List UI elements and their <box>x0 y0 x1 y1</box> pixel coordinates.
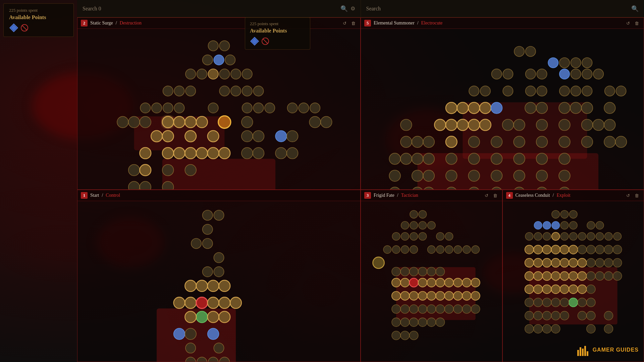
panel-ceaseless-conduit: 4 Ceaseless Conduit / Exploit ↺ 🗑 <box>502 190 644 362</box>
svg-point-135 <box>468 136 480 147</box>
svg-point-112 <box>525 102 536 114</box>
svg-point-257 <box>400 278 409 287</box>
node-1-2[interactable] <box>219 41 229 51</box>
svg-point-301 <box>551 221 559 229</box>
svg-point-277 <box>400 305 409 313</box>
svg-point-307 <box>534 232 542 240</box>
svg-rect-381 <box>580 347 581 356</box>
svg-point-123 <box>480 119 491 131</box>
svg-point-248 <box>472 246 480 254</box>
svg-point-16 <box>242 69 252 79</box>
svg-point-143 <box>389 153 400 165</box>
svg-point-335 <box>586 258 595 267</box>
panel-header-2: 5 Elemental Summoner / Electrocute ↺ 🗑 <box>361 18 644 29</box>
panel-header-4: 3 Frigid Fate / Tactician ↺ 🗑 <box>361 190 502 201</box>
panel-header-5: 4 Ceaseless Conduit / Exploit ↺ 🗑 <box>503 190 644 201</box>
svg-point-14 <box>219 69 229 79</box>
svg-point-105 <box>605 86 615 96</box>
svg-point-376 <box>542 324 551 333</box>
panel-title-white-1: Static Surge <box>90 20 113 26</box>
gg-icon <box>577 343 590 357</box>
delete-btn-4[interactable]: 🗑 <box>492 192 499 199</box>
svg-point-319 <box>542 245 551 254</box>
svg-point-156 <box>446 170 457 181</box>
svg-point-20 <box>219 86 229 96</box>
svg-point-149 <box>491 153 502 165</box>
svg-point-158 <box>491 170 502 181</box>
panel-header-1: 2 Static Surge / Destruction ↺ 🗑 <box>77 18 360 29</box>
svg-point-17 <box>163 86 173 96</box>
svg-point-345 <box>578 272 586 280</box>
svg-point-263 <box>453 278 462 287</box>
svg-point-237 <box>436 232 444 240</box>
svg-point-346 <box>586 272 595 280</box>
svg-point-127 <box>559 119 570 131</box>
svg-point-265 <box>471 278 480 287</box>
node-1-1[interactable] <box>208 41 218 51</box>
nodes-active-r <box>446 102 615 114</box>
points-icons-right <box>250 37 305 46</box>
svg-point-84 <box>526 46 536 56</box>
highlight-1b <box>162 159 275 190</box>
svg-point-317 <box>525 245 533 254</box>
refresh-btn-5[interactable]: ↺ <box>625 192 631 199</box>
svg-point-96 <box>593 69 603 79</box>
svg-point-338 <box>613 258 622 267</box>
svg-point-303 <box>569 221 577 229</box>
svg-point-322 <box>569 245 578 254</box>
svg-point-371 <box>578 311 586 320</box>
delete-btn-1[interactable]: 🗑 <box>350 20 357 26</box>
svg-point-206 <box>230 297 241 309</box>
svg-point-238 <box>445 232 453 240</box>
svg-point-311 <box>569 232 577 240</box>
svg-point-292 <box>392 331 400 340</box>
svg-point-69 <box>128 181 140 190</box>
svg-point-252 <box>410 267 418 276</box>
svg-point-51 <box>253 130 264 142</box>
svg-point-360 <box>533 298 542 307</box>
refresh-btn-2[interactable]: ↺ <box>625 20 631 26</box>
svg-point-370 <box>560 311 569 320</box>
svg-point-197 <box>185 280 196 292</box>
available-points-label-right: Available Points <box>250 28 305 34</box>
svg-point-300 <box>543 221 551 229</box>
filter-icon-left[interactable]: ⚙ <box>351 5 355 12</box>
refresh-btn-4[interactable]: ↺ <box>483 192 490 199</box>
svg-point-106 <box>616 86 626 96</box>
svg-point-334 <box>578 258 586 267</box>
refresh-btn-1[interactable]: ↺ <box>341 20 348 26</box>
left-sidebar: 225 points spent Available Points <box>0 0 77 362</box>
svg-point-118 <box>400 119 412 131</box>
svg-point-146 <box>423 153 434 165</box>
svg-point-124 <box>502 119 514 131</box>
bottom-right-panels: 3 Frigid Fate / Tactician ↺ 🗑 <box>361 190 644 362</box>
node-row-1 <box>208 41 229 51</box>
svg-point-110 <box>480 102 491 114</box>
panels-container: 2 Static Surge / Destruction ↺ 🗑 <box>77 17 644 362</box>
svg-point-38 <box>162 116 174 128</box>
delete-btn-5[interactable]: 🗑 <box>633 192 640 199</box>
search-input-left[interactable] <box>83 6 338 12</box>
svg-point-59 <box>208 147 219 159</box>
svg-point-155 <box>423 170 434 181</box>
nodes-mid-r <box>491 69 603 79</box>
panel-number-4: 3 <box>364 192 371 199</box>
svg-point-102 <box>559 86 570 96</box>
svg-point-119 <box>434 119 446 131</box>
node-row-2 <box>203 55 235 65</box>
svg-point-109 <box>468 102 480 114</box>
svg-point-352 <box>542 285 551 294</box>
svg-point-89 <box>491 69 501 79</box>
svg-point-336 <box>595 258 604 267</box>
node-row-4 <box>163 86 264 96</box>
delete-btn-2[interactable]: 🗑 <box>633 20 640 26</box>
svg-point-39 <box>174 116 185 128</box>
panel-content-5 <box>503 201 644 344</box>
svg-point-58 <box>196 147 208 159</box>
svg-point-91 <box>526 69 536 79</box>
svg-point-332 <box>560 258 569 267</box>
svg-point-86 <box>559 58 570 68</box>
svg-point-199 <box>208 280 219 292</box>
search-input-right[interactable] <box>366 6 629 12</box>
svg-point-128 <box>582 119 593 131</box>
